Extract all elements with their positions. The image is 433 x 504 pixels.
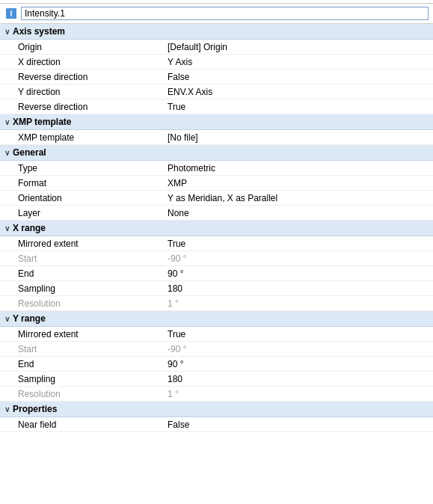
prop-row-axis-system-1: X directionY Axis — [0, 55, 433, 70]
prop-row-properties-0: Near fieldFalse — [0, 417, 433, 432]
prop-label-xmp-template-0: XMP template — [18, 132, 168, 143]
prop-value-y-range-3: 180 — [168, 374, 429, 384]
sections-container: ∨Axis systemOrigin[Default] OriginX dire… — [0, 24, 433, 432]
prop-label-general-3: Layer — [18, 208, 168, 218]
prop-row-general-3: LayerNone — [0, 206, 433, 221]
prop-row-general-0: TypePhotometric — [0, 161, 433, 176]
prop-value-axis-system-0: [Default] Origin — [168, 42, 429, 52]
section-header-x-range[interactable]: ∨X range — [0, 221, 433, 236]
chevron-icon-x-range: ∨ — [4, 224, 10, 233]
prop-label-x-range-3: Sampling — [18, 283, 168, 294]
prop-label-y-range-0: Mirrored extent — [18, 329, 168, 339]
prop-label-properties-0: Near field — [18, 420, 168, 430]
chevron-icon-general: ∨ — [4, 149, 10, 157]
section-label-properties: Properties — [13, 404, 57, 414]
prop-row-axis-system-2: Reverse directionFalse — [0, 70, 433, 84]
prop-label-x-range-4: Resolution — [18, 298, 168, 309]
prop-value-general-0: Photometric — [168, 163, 429, 173]
prop-label-x-range-1: Start — [18, 253, 168, 264]
prop-row-axis-system-0: Origin[Default] Origin — [0, 40, 433, 55]
prop-label-y-range-2: End — [18, 359, 168, 369]
section-header-general[interactable]: ∨General — [0, 145, 433, 161]
prop-value-axis-system-1: Y Axis — [168, 57, 429, 67]
section-label-y-range: Y range — [13, 313, 46, 324]
prop-row-x-range-1: Start-90 ° — [0, 251, 433, 266]
section-label-axis-system: Axis system — [13, 26, 65, 37]
name-input[interactable] — [21, 7, 429, 20]
section-header-y-range[interactable]: ∨Y range — [0, 311, 433, 327]
prop-label-axis-system-2: Reverse direction — [18, 72, 168, 82]
section-header-xmp-template[interactable]: ∨XMP template — [0, 114, 433, 130]
prop-label-x-range-0: Mirrored extent — [18, 239, 168, 249]
prop-label-axis-system-0: Origin — [18, 42, 168, 52]
prop-value-x-range-4: 1 ° — [168, 298, 429, 309]
prop-value-general-3: None — [168, 208, 429, 218]
prop-row-x-range-0: Mirrored extentTrue — [0, 236, 433, 251]
prop-value-axis-system-2: False — [168, 72, 429, 82]
prop-label-axis-system-3: Y direction — [18, 87, 168, 97]
prop-row-y-range-0: Mirrored extentTrue — [0, 327, 433, 342]
prop-label-axis-system-4: Reverse direction — [18, 102, 168, 112]
prop-label-y-range-3: Sampling — [18, 374, 168, 384]
prop-value-y-range-1: -90 ° — [168, 344, 429, 354]
prop-value-x-range-2: 90 ° — [168, 268, 429, 279]
section-label-xmp-template: XMP template — [13, 117, 71, 127]
prop-value-xmp-template-0: [No file] — [168, 132, 429, 143]
chevron-icon-xmp-template: ∨ — [4, 118, 10, 126]
prop-row-x-range-3: Sampling180 — [0, 281, 433, 296]
prop-value-axis-system-3: ENV.X Axis — [168, 87, 429, 97]
svg-text:I: I — [10, 10, 13, 18]
prop-label-general-2: Orientation — [18, 193, 168, 203]
chevron-icon-properties: ∨ — [4, 405, 10, 414]
section-label-x-range: X range — [13, 223, 46, 233]
prop-value-x-range-1: -90 ° — [168, 253, 429, 264]
prop-label-general-0: Type — [18, 163, 168, 173]
prop-value-properties-0: False — [168, 420, 429, 430]
prop-row-general-1: FormatXMP — [0, 176, 433, 191]
section-header-axis-system[interactable]: ∨Axis system — [0, 24, 433, 40]
prop-row-xmp-template-0: XMP template[No file] — [0, 130, 433, 145]
chevron-icon-axis-system: ∨ — [4, 28, 10, 36]
prop-row-general-2: OrientationY as Meridian, X as Parallel — [0, 191, 433, 206]
prop-row-y-range-4: Resolution1 ° — [0, 387, 433, 402]
prop-row-x-range-2: End90 ° — [0, 266, 433, 281]
prop-value-y-range-4: 1 ° — [168, 389, 429, 399]
prop-label-y-range-1: Start — [18, 344, 168, 354]
intensity-icon: I — [4, 7, 18, 20]
section-header-properties[interactable]: ∨Properties — [0, 402, 433, 417]
prop-value-y-range-2: 90 ° — [168, 359, 429, 369]
prop-label-general-1: Format — [18, 178, 168, 188]
prop-label-axis-system-1: X direction — [18, 57, 168, 67]
prop-value-general-2: Y as Meridian, X as Parallel — [168, 193, 429, 203]
prop-row-x-range-4: Resolution1 ° — [0, 296, 433, 311]
prop-value-y-range-0: True — [168, 329, 429, 339]
prop-row-axis-system-4: Reverse directionTrue — [0, 99, 433, 114]
name-row: I — [0, 4, 433, 24]
prop-label-y-range-4: Resolution — [18, 389, 168, 399]
prop-label-x-range-2: End — [18, 268, 168, 279]
prop-value-general-1: XMP — [168, 178, 429, 188]
prop-row-axis-system-3: Y directionENV.X Axis — [0, 84, 433, 99]
section-label-general: General — [13, 147, 46, 158]
prop-row-y-range-2: End90 ° — [0, 357, 433, 372]
prop-row-y-range-3: Sampling180 — [0, 372, 433, 387]
prop-value-axis-system-4: True — [168, 102, 429, 112]
prop-row-y-range-1: Start-90 ° — [0, 342, 433, 357]
prop-value-x-range-0: True — [168, 239, 429, 249]
prop-value-x-range-3: 180 — [168, 283, 429, 294]
chevron-icon-y-range: ∨ — [4, 315, 10, 323]
